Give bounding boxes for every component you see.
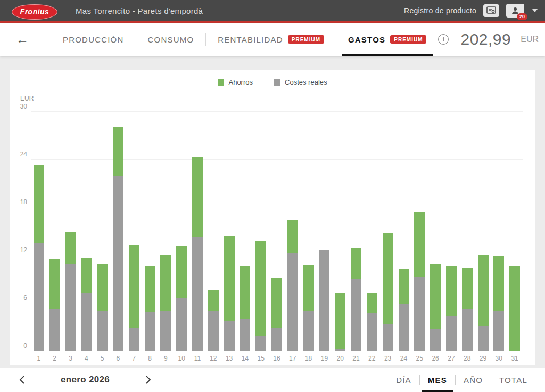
bar-costes-day-8[interactable] <box>145 312 155 351</box>
back-arrow-icon[interactable]: ← <box>16 33 29 46</box>
bar-ahorros-day-20[interactable] <box>335 293 345 349</box>
bar-costes-day-27[interactable] <box>446 316 457 351</box>
bar-costes-day-21[interactable] <box>351 279 361 351</box>
x-axis-tick-label: 13 <box>221 355 237 362</box>
legend-item-ahorros[interactable]: Ahorros <box>218 78 253 86</box>
bar-ahorros-day-8[interactable] <box>145 266 155 312</box>
bar-costes-day-26[interactable] <box>430 329 441 351</box>
view-option-dia[interactable]: DÍA <box>388 368 419 392</box>
bar-costes-day-18[interactable] <box>303 311 314 351</box>
info-icon[interactable]: i <box>438 34 449 45</box>
bar-costes-day-12[interactable] <box>208 311 219 351</box>
previous-period-icon[interactable] <box>18 375 27 385</box>
nav-bar: ← PRODUCCIÓN CONSUMO RENTABILIDAD PREMIU… <box>0 23 545 56</box>
bar-costes-day-5[interactable] <box>97 311 108 351</box>
view-option-mes[interactable]: MES <box>420 368 455 392</box>
bar-costes-day-10[interactable] <box>176 298 187 351</box>
bar-ahorros-day-9[interactable] <box>160 255 171 311</box>
bar-ahorros-day-22[interactable] <box>367 293 377 313</box>
bar-ahorros-day-14[interactable] <box>240 266 250 319</box>
user-menu-button[interactable]: 20 <box>506 4 524 18</box>
bar-costes-day-15[interactable] <box>255 336 266 351</box>
bar-ahorros-day-13[interactable] <box>224 236 235 321</box>
bar-ahorros-day-6[interactable] <box>113 127 123 176</box>
view-option-label: DÍA <box>396 376 411 385</box>
bar-ahorros-day-18[interactable] <box>303 265 314 311</box>
bar-costes-day-23[interactable] <box>383 324 393 351</box>
x-axis-tick-label: 25 <box>411 355 427 362</box>
bar-ahorros-day-11[interactable] <box>192 157 203 237</box>
bar-ahorros-day-7[interactable] <box>129 245 139 328</box>
bar-ahorros-day-17[interactable] <box>287 220 298 253</box>
bar-costes-day-17[interactable] <box>287 253 298 351</box>
gridline <box>31 159 523 160</box>
y-axis-tick-label: 6 <box>11 295 27 301</box>
view-option-ano[interactable]: AÑO <box>456 368 491 392</box>
bar-costes-day-28[interactable] <box>462 309 473 351</box>
bar-ahorros-day-26[interactable] <box>430 264 441 329</box>
certificate-icon <box>486 6 496 15</box>
view-switch: DÍA MES AÑO TOTAL <box>388 368 535 392</box>
bar-costes-day-3[interactable] <box>65 264 76 351</box>
bar-ahorros-day-27[interactable] <box>446 266 457 316</box>
bar-ahorros-day-15[interactable] <box>255 241 266 336</box>
bar-costes-day-11[interactable] <box>192 237 203 351</box>
x-axis-tick-label: 21 <box>348 355 364 362</box>
bar-ahorros-day-10[interactable] <box>176 246 187 298</box>
premium-badge: PREMIUM <box>390 35 426 44</box>
bar-ahorros-day-30[interactable] <box>493 256 504 311</box>
bar-costes-day-22[interactable] <box>367 313 377 351</box>
product-registration-button[interactable] <box>483 4 499 17</box>
header-actions: Registro de producto 20 <box>404 4 538 18</box>
bar-ahorros-day-5[interactable] <box>97 264 108 311</box>
x-axis-tick-label: 28 <box>459 355 475 362</box>
bar-ahorros-day-21[interactable] <box>351 248 361 279</box>
bar-ahorros-day-3[interactable] <box>65 232 76 264</box>
view-option-total[interactable]: TOTAL <box>491 368 535 392</box>
bar-costes-day-20[interactable] <box>335 349 345 351</box>
bar-ahorros-day-31[interactable] <box>509 266 520 351</box>
bar-ahorros-day-24[interactable] <box>399 269 409 304</box>
bar-ahorros-day-25[interactable] <box>414 212 425 277</box>
x-axis-tick-label: 8 <box>142 355 158 362</box>
view-option-label: TOTAL <box>499 376 527 385</box>
bar-costes-day-4[interactable] <box>81 293 92 351</box>
bar-costes-day-24[interactable] <box>399 304 409 351</box>
bar-ahorros-day-16[interactable] <box>271 278 282 328</box>
tab-consumo[interactable]: CONSUMO <box>136 23 206 56</box>
bar-costes-day-1[interactable] <box>34 243 44 351</box>
product-registration-link[interactable]: Registro de producto <box>404 6 476 15</box>
chevron-down-icon[interactable] <box>532 9 538 12</box>
chart-legend: Ahorros Costes reales <box>10 78 535 86</box>
bar-costes-day-2[interactable] <box>49 309 60 351</box>
bar-costes-day-25[interactable] <box>414 277 425 351</box>
x-axis-tick-label: 4 <box>78 355 94 362</box>
next-period-icon[interactable] <box>144 375 152 385</box>
bar-costes-day-6[interactable] <box>113 176 123 351</box>
bar-ahorros-day-23[interactable] <box>383 233 393 324</box>
premium-badge: PREMIUM <box>288 35 324 44</box>
bar-ahorros-day-1[interactable] <box>34 165 44 243</box>
period-total-value: 202,99 <box>460 30 511 48</box>
tab-rentabilidad[interactable]: RENTABILIDAD PREMIUM <box>206 23 336 56</box>
bar-ahorros-day-28[interactable] <box>462 268 473 309</box>
bar-costes-day-30[interactable] <box>493 311 504 351</box>
bar-ahorros-day-12[interactable] <box>208 290 219 311</box>
fronius-logo-text: Fronius <box>20 7 49 16</box>
tab-produccion[interactable]: PRODUCCIÓN <box>51 23 136 56</box>
bar-costes-day-29[interactable] <box>478 326 489 351</box>
legend-item-costes-reales[interactable]: Costes reales <box>274 78 327 86</box>
bar-costes-day-19[interactable] <box>319 250 329 351</box>
bar-costes-day-14[interactable] <box>240 319 250 351</box>
fronius-logo[interactable]: Fronius <box>12 4 57 20</box>
bar-ahorros-day-4[interactable] <box>81 258 92 293</box>
x-axis-tick-label: 6 <box>110 355 126 362</box>
bar-ahorros-day-29[interactable] <box>478 255 489 326</box>
bar-costes-day-9[interactable] <box>160 311 171 351</box>
x-axis-tick-label: 23 <box>380 355 396 362</box>
bar-costes-day-16[interactable] <box>271 328 282 351</box>
bar-costes-day-7[interactable] <box>129 328 139 351</box>
bar-costes-day-13[interactable] <box>224 321 235 351</box>
tab-gastos[interactable]: GASTOS PREMIUM <box>336 23 439 56</box>
bar-ahorros-day-2[interactable] <box>49 259 60 310</box>
